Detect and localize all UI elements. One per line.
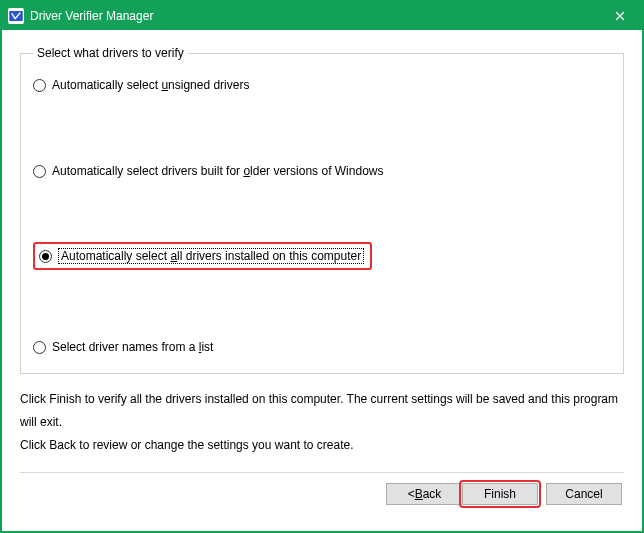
instruction-line-1: Click Finish to verify all the drivers i… (20, 388, 624, 434)
radio-older[interactable]: Automatically select drivers built for o… (33, 162, 611, 180)
radio-list-label: Select driver names from a list (52, 340, 213, 354)
radio-unsigned[interactable]: Automatically select unsigned drivers (33, 76, 611, 94)
instruction-text: Click Finish to verify all the drivers i… (20, 388, 624, 456)
back-finish-pair: < Back Finish (386, 483, 538, 505)
titlebar: Driver Verifier Manager (2, 2, 642, 30)
radio-icon (33, 79, 46, 92)
driver-select-group: Select what drivers to verify Automatica… (20, 46, 624, 374)
dialog-content: Select what drivers to verify Automatica… (2, 30, 642, 515)
back-button[interactable]: < Back (386, 483, 462, 505)
radio-icon (33, 165, 46, 178)
radio-list[interactable]: Select driver names from a list (33, 338, 611, 356)
focus-outline: Automatically select all drivers install… (58, 248, 364, 264)
radio-all-label: Automatically select all drivers install… (61, 249, 361, 263)
close-button[interactable] (598, 2, 642, 30)
radio-older-label: Automatically select drivers built for o… (52, 164, 383, 178)
window-title: Driver Verifier Manager (30, 9, 598, 23)
instruction-line-2: Click Back to review or change the setti… (20, 434, 624, 457)
separator (20, 472, 624, 473)
cancel-button[interactable]: Cancel (546, 483, 622, 505)
finish-button[interactable]: Finish (462, 483, 538, 505)
button-row: < Back Finish Cancel (20, 483, 624, 505)
close-icon (615, 11, 625, 21)
group-legend: Select what drivers to verify (33, 46, 188, 60)
app-icon (8, 8, 24, 24)
radio-icon (33, 341, 46, 354)
radio-unsigned-label: Automatically select unsigned drivers (52, 78, 249, 92)
radio-icon (39, 250, 52, 263)
radio-all[interactable]: Automatically select all drivers install… (33, 242, 372, 270)
